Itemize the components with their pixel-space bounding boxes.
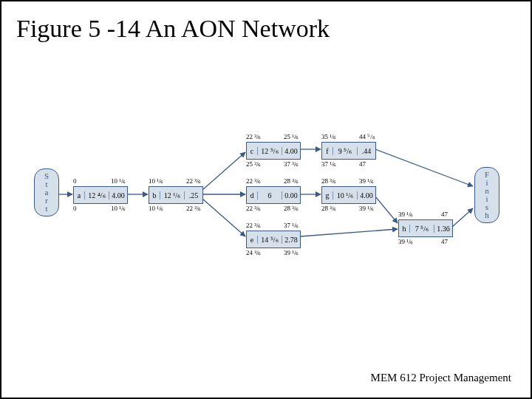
node-g: g 10 ¹/₆ 4.00 — [321, 186, 376, 204]
node-h-ef: 47 — [441, 211, 448, 218]
finish-node: Finish — [474, 167, 499, 223]
node-b-te: 12 ¹/₆ — [160, 191, 185, 200]
node-g-id: g — [322, 191, 333, 200]
node-e-id: e — [247, 236, 258, 244]
edge-f-finish — [375, 149, 473, 186]
node-f-es: 35 ¹/₆ — [321, 133, 336, 140]
node-d-ls: 22 ³/₆ — [246, 205, 261, 212]
node-b-id: b — [149, 191, 160, 200]
node-h-lf: 47 — [441, 238, 448, 245]
edge-g-h — [375, 197, 398, 223]
node-a-id: a — [74, 191, 85, 200]
node-d-te: 6 — [258, 191, 282, 200]
node-g-ls: 28 ³/₆ — [321, 205, 336, 212]
node-c-es: 22 ³/₆ — [246, 133, 261, 140]
node-c-lf: 37 ³/₆ — [284, 160, 299, 168]
node-d-id: d — [247, 191, 258, 200]
node-h-var: 1.36 — [434, 225, 452, 233]
node-b-var: .25 — [185, 191, 202, 200]
node-h-ls: 39 ¹/₆ — [398, 238, 413, 245]
node-g-ef: 39 ¹/₆ — [359, 177, 374, 185]
diagram-canvas: Start Finish a 12 ⁴/₆ 4.00 0 10 ¹/₆ 0 10… — [1, 1, 531, 398]
node-d: d 6 0.00 — [246, 186, 301, 204]
node-c-ls: 25 ²/₆ — [246, 160, 261, 168]
node-f-id: f — [322, 147, 333, 155]
node-g-es: 28 ³/₆ — [321, 177, 336, 185]
node-a-ef: 10 ¹/₆ — [111, 177, 126, 185]
node-b-lf: 22 ³/₆ — [186, 205, 201, 212]
node-f-lf: 47 — [359, 160, 366, 168]
edge-e-h — [300, 229, 398, 236]
node-e-es: 22 ³/₆ — [246, 222, 261, 229]
node-h-te: 7 ⁵/₆ — [410, 225, 434, 233]
node-g-lf: 39 ¹/₆ — [359, 205, 374, 212]
node-c: c 12 ⁵/₆ 4.00 — [246, 142, 301, 160]
node-c-ef: 25 ¹/₆ — [284, 133, 299, 140]
node-a-ls: 0 — [73, 205, 77, 212]
node-a: a 12 ⁴/₆ 4.00 — [73, 186, 128, 204]
node-f-var: .44 — [358, 147, 375, 155]
node-c-te: 12 ⁵/₆ — [258, 147, 282, 155]
node-a-es: 0 — [73, 177, 77, 185]
node-c-var: 4.00 — [282, 147, 300, 155]
node-b-es: 10 ¹/₆ — [149, 177, 163, 185]
node-a-var: 4.00 — [109, 191, 127, 200]
node-d-ef: 28 ³/₆ — [284, 177, 299, 185]
node-d-lf: 28 ³/₆ — [284, 205, 299, 212]
node-b: b 12 ¹/₆ .25 — [149, 186, 203, 204]
node-e-lf: 39 ¹/₆ — [284, 249, 299, 256]
node-f-ef: 44 ⁵/₆ — [359, 133, 375, 140]
node-e-var: 2.78 — [282, 236, 300, 244]
slide: Figure 5 -14 An AON Network Start Finish — [0, 0, 532, 399]
node-e-ls: 24 ³/₆ — [246, 249, 261, 256]
node-h-id: h — [399, 225, 410, 233]
edge-h-finish — [452, 208, 473, 227]
node-d-es: 22 ³/₆ — [246, 177, 261, 185]
node-b-ls: 10 ¹/₆ — [149, 205, 163, 212]
node-a-lf: 10 ¹/₆ — [111, 205, 126, 212]
node-f-te: 9 ⁵/₆ — [333, 147, 358, 155]
node-e: e 14 ⁵/₆ 2.78 — [246, 231, 301, 248]
node-h: h 7 ⁵/₆ 1.36 — [398, 219, 453, 237]
node-d-var: 0.00 — [282, 191, 300, 200]
node-g-te: 10 ¹/₆ — [333, 191, 358, 200]
node-g-var: 4.00 — [358, 191, 375, 200]
edge-b-c — [202, 152, 245, 190]
slide-footer: MEM 612 Project Management — [371, 372, 511, 384]
node-f: f 9 ⁵/₆ .44 — [321, 142, 376, 160]
node-f-ls: 37 ¹/₆ — [321, 160, 336, 168]
node-c-id: c — [247, 147, 258, 155]
node-e-ef: 37 ¹/₆ — [284, 222, 299, 229]
node-e-te: 14 ⁵/₆ — [258, 236, 282, 244]
node-b-ef: 22 ³/₆ — [186, 177, 201, 185]
edge-b-e — [202, 199, 245, 236]
node-h-es: 39 ¹/₆ — [398, 211, 413, 218]
node-a-te: 12 ⁴/₆ — [85, 191, 109, 200]
start-node: Start — [34, 168, 59, 216]
